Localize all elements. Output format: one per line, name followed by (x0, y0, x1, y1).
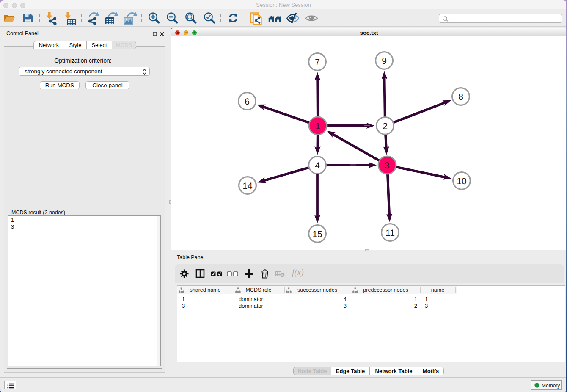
svg-text:3: 3 (385, 161, 390, 171)
svg-text:7: 7 (315, 58, 320, 67)
svg-text:2: 2 (383, 121, 388, 131)
svg-text:10: 10 (457, 177, 466, 186)
svg-text:14: 14 (242, 181, 253, 191)
svg-text:1: 1 (315, 121, 320, 131)
svg-text:11: 11 (385, 228, 395, 238)
svg-text:15: 15 (312, 229, 322, 239)
svg-text:6: 6 (245, 97, 250, 107)
svg-text:8: 8 (458, 92, 463, 102)
svg-text:9: 9 (382, 56, 387, 66)
svg-text:4: 4 (315, 161, 320, 171)
